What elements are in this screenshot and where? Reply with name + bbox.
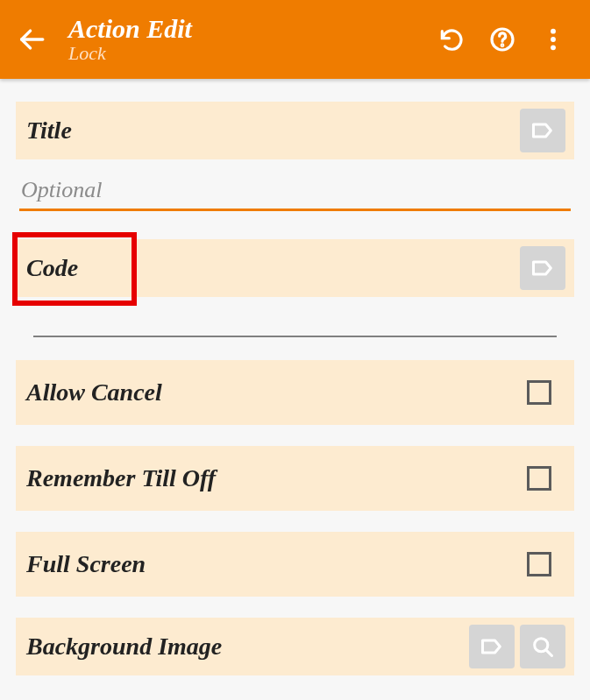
- row-allow-cancel[interactable]: Allow Cancel: [16, 360, 574, 425]
- undo-icon: [437, 25, 466, 53]
- header-actions: [429, 17, 583, 62]
- help-icon: [488, 25, 516, 53]
- title-label: Title: [26, 117, 515, 145]
- divider: [33, 336, 557, 337]
- overflow-menu-button[interactable]: [530, 17, 576, 62]
- code-label: Code: [26, 254, 515, 282]
- full-screen-label: Full Screen: [26, 550, 527, 578]
- svg-point-3: [551, 29, 556, 34]
- tag-icon: [479, 634, 505, 659]
- undo-button[interactable]: [429, 17, 474, 62]
- bg-image-tag-button[interactable]: [469, 625, 515, 668]
- title-tag-button[interactable]: [520, 109, 565, 152]
- row-background-image: Background Image: [16, 618, 574, 675]
- options-stack: Allow Cancel Remember Till Off Full Scre…: [16, 360, 574, 675]
- tag-icon: [530, 118, 556, 143]
- svg-point-5: [551, 45, 556, 50]
- code-tag-button[interactable]: [520, 246, 565, 290]
- header-title: Action Edit: [68, 14, 429, 44]
- bg-image-label: Background Image: [26, 633, 464, 661]
- header-titles: Action Edit Lock: [56, 14, 429, 65]
- back-button[interactable]: [7, 15, 56, 64]
- row-remember-till-off[interactable]: Remember Till Off: [16, 446, 574, 511]
- section-code: Code: [16, 239, 574, 297]
- arrow-left-icon: [17, 25, 46, 54]
- remember-label: Remember Till Off: [26, 464, 527, 492]
- remember-checkbox[interactable]: [527, 466, 551, 491]
- search-icon: [530, 634, 556, 659]
- more-vertical-icon: [539, 25, 567, 53]
- title-input[interactable]: [19, 172, 571, 211]
- full-screen-checkbox[interactable]: [527, 552, 551, 576]
- content: Title Code Allow Cancel Remember Till Of…: [0, 79, 590, 675]
- title-input-wrap: [19, 172, 571, 211]
- svg-point-2: [501, 45, 503, 46]
- allow-cancel-checkbox[interactable]: [527, 380, 551, 405]
- bg-image-search-button[interactable]: [520, 625, 565, 668]
- help-button[interactable]: [480, 17, 525, 62]
- header-subtitle: Lock: [68, 42, 429, 65]
- svg-line-7: [546, 650, 551, 655]
- svg-point-4: [551, 37, 556, 42]
- tag-icon: [530, 256, 556, 280]
- section-title: Title: [16, 102, 574, 159]
- row-full-screen[interactable]: Full Screen: [16, 532, 574, 597]
- allow-cancel-label: Allow Cancel: [26, 378, 527, 407]
- app-header: Action Edit Lock: [0, 0, 590, 79]
